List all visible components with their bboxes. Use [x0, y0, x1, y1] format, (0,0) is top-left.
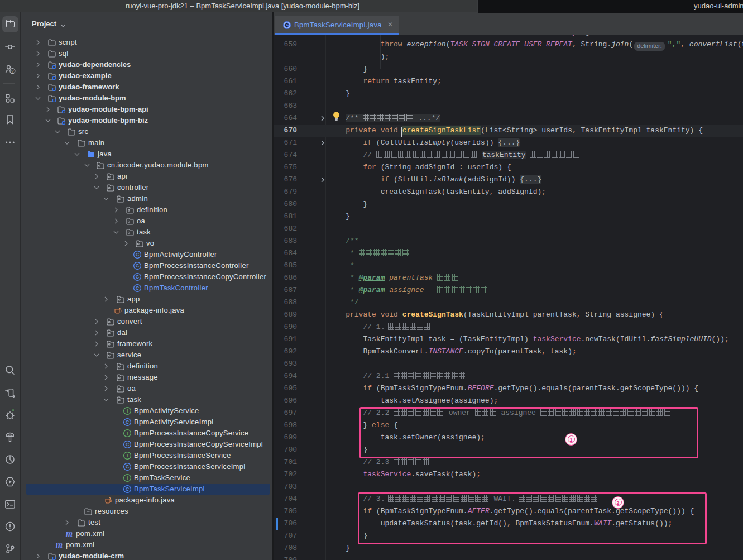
svg-text:C: C: [136, 285, 140, 291]
svg-text:C: C: [136, 263, 140, 269]
svg-text:I: I: [127, 408, 128, 414]
svg-text:C: C: [126, 486, 130, 492]
svg-text:I: I: [127, 475, 128, 481]
svg-text:C: C: [126, 419, 130, 425]
svg-text:?: ?: [11, 69, 14, 74]
svg-text:C: C: [126, 442, 130, 447]
svg-text:m: m: [66, 529, 73, 538]
svg-text:I: I: [127, 430, 128, 436]
svg-text:C: C: [126, 464, 130, 470]
svg-text:C: C: [136, 252, 140, 257]
svg-text:I: I: [127, 453, 128, 458]
svg-text:C: C: [136, 274, 140, 280]
svg-text:C: C: [285, 22, 289, 28]
svg-text:m: m: [56, 540, 63, 549]
